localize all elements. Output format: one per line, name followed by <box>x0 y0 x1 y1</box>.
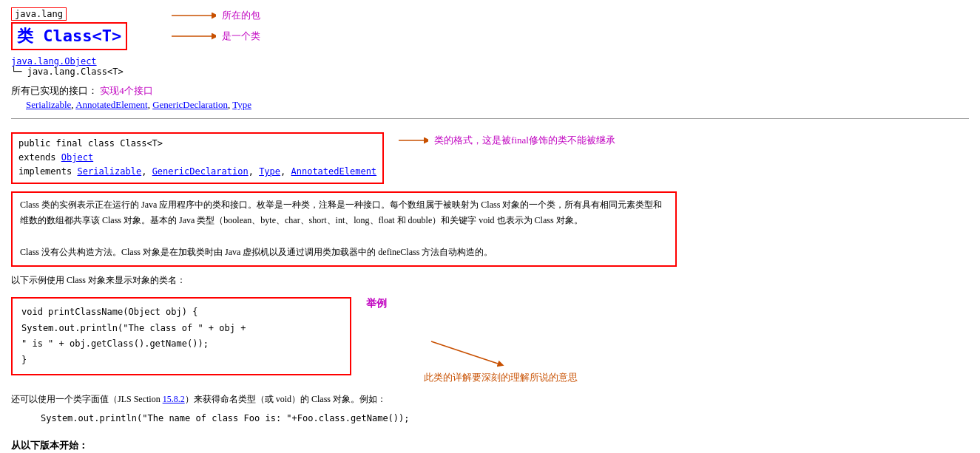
example-code-line2: System.out.println("The class of " + obj… <box>21 321 341 337</box>
example-code-line4: } <box>21 352 341 369</box>
class-annotation: 是一个类 <box>222 30 260 43</box>
description-box: Class 类的实例表示正在运行的 Java 应用程序中的类和接口。枚举是一种类… <box>11 191 677 267</box>
class-title: 类 Class<T> <box>11 21 127 50</box>
example-code-line3: " is " + obj.getClass().getName()); <box>21 336 341 352</box>
description-para2: Class 没有公共构造方法。Class 对象是在加载类时由 Java 虚拟机以… <box>20 245 668 261</box>
extra-link[interactable]: 15.8.2 <box>163 394 185 404</box>
example-label: 举例 <box>366 297 387 310</box>
declaration-line1: public final class Class<T> <box>18 137 376 151</box>
example-section: 以下示例使用 Class 对象来显示对象的类名： void printClass… <box>11 274 969 384</box>
hierarchy-root-link[interactable]: java.lang.Object <box>11 56 97 67</box>
extra-text2: ）来获得命名类型（或 void）的 Class 对象。例如： <box>185 394 386 404</box>
package-arrow-icon <box>172 10 216 21</box>
interface-link-serializable[interactable]: Serializable <box>26 99 71 110</box>
extra-text1: 还可以使用一个类字面值（JLS Section <box>11 394 163 404</box>
example-annotation: 此类的详解要深刻的理解所说的意思 <box>424 371 578 384</box>
interfaces-section: 所有已实现的接口： 实现4个接口 Serializable, Annotated… <box>11 84 969 111</box>
declaration-arrow-icon <box>399 134 428 146</box>
interface-link-genericdeclaration[interactable]: GenericDeclaration <box>152 99 228 110</box>
example-code-box: void printClassName(Object obj) { System… <box>11 297 351 375</box>
decl-annotatedelement-link[interactable]: AnnotatedElement <box>291 166 377 177</box>
interface-link-annotatedelement[interactable]: AnnotatedElement <box>75 99 147 110</box>
example-arrow-icon <box>424 334 513 371</box>
object-link[interactable]: Object <box>61 152 93 163</box>
svg-line-7 <box>431 341 498 364</box>
since-label: 从以下版本开始： <box>11 440 88 451</box>
divider <box>11 118 969 119</box>
declaration-line2: extends Object <box>18 151 376 165</box>
interfaces-label: 所有已实现的接口： <box>11 85 98 96</box>
interfaces-links: Serializable, AnnotatedElement, GenericD… <box>26 99 969 111</box>
package-annotation: 所在的包 <box>222 9 260 22</box>
class-hierarchy: java.lang.Object └─ java.lang.Class<T> <box>11 56 969 77</box>
package-label: java.lang <box>11 7 127 21</box>
declaration-annotation: 类的格式，这是被final修饰的类不能被继承 <box>434 134 615 147</box>
class-declaration-box: public final class Class<T> extends Obje… <box>11 132 384 184</box>
hierarchy-child: └─ java.lang.Class<T> <box>11 67 969 77</box>
extra-text-section: 还可以使用一个类字面值（JLS Section 15.8.2）来获得命名类型（或… <box>11 392 969 426</box>
decl-genericdeclaration-link[interactable]: GenericDeclaration <box>152 166 249 177</box>
declaration-line3: implements Serializable, GenericDeclarat… <box>18 165 376 179</box>
since-section: 从以下版本开始： JDK1.0 <box>11 437 969 453</box>
class-arrow-icon <box>172 30 216 42</box>
interface-link-type[interactable]: Type <box>232 99 251 110</box>
decl-serializable-link[interactable]: Serializable <box>77 166 141 177</box>
decl-type-link[interactable]: Type <box>259 166 280 177</box>
example-intro: 以下示例使用 Class 对象来显示对象的类名： <box>11 274 969 287</box>
description-para1: Class 类的实例表示正在运行的 Java 应用程序中的类和接口。枚举是一种类… <box>20 197 668 229</box>
extra-code: System.out.println("The name of class Fo… <box>41 411 969 427</box>
interfaces-count: 实现4个接口 <box>100 85 153 96</box>
example-code-line1: void printClassName(Object obj) { <box>21 304 341 321</box>
declaration-section: public final class Class<T> extends Obje… <box>11 126 969 184</box>
